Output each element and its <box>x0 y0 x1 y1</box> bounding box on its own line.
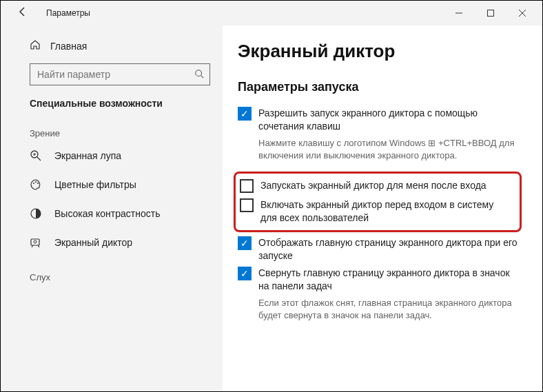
window-title: Параметры <box>46 8 90 18</box>
helper-shortcut: Нажмите клавишу с логотипом Windows ⊞ +C… <box>258 137 522 162</box>
palette-icon <box>30 178 42 191</box>
sidebar: Главная Специальные возможности Зрение Э… <box>1 25 223 391</box>
sidebar-item-label: Экранная лупа <box>54 150 121 161</box>
checkbox-start-before-signin[interactable] <box>240 198 254 212</box>
search-box[interactable] <box>30 63 210 85</box>
back-button[interactable] <box>13 6 32 20</box>
sidebar-item-color-filters[interactable]: Цветные фильтры <box>1 170 223 199</box>
option-minimize-tray: ✓ Свернуть главную страницу экранного ди… <box>238 267 522 293</box>
option-label: Отображать главную страницу экранного ди… <box>258 236 522 262</box>
maximize-button[interactable] <box>475 2 506 24</box>
sidebar-item-label: Высокая контрастность <box>54 208 160 219</box>
sidebar-group-vision: Зрение <box>1 121 223 141</box>
subsection-title: Параметры запуска <box>238 80 522 94</box>
checkbox-minimize-tray[interactable]: ✓ <box>238 267 252 280</box>
sidebar-item-narrator[interactable]: Экранный диктор <box>1 228 223 257</box>
svg-point-4 <box>196 70 202 76</box>
narrator-icon <box>30 236 42 249</box>
option-label: Включать экранный диктор перед входом в … <box>260 198 513 225</box>
close-button[interactable] <box>506 2 538 24</box>
helper-tray: Если этот флажок снят, главная страница … <box>258 297 522 322</box>
sidebar-home[interactable]: Главная <box>1 34 223 59</box>
contrast-icon <box>30 207 42 220</box>
option-label: Запускать экранный диктор для меня после… <box>260 179 486 192</box>
page-title: Экранный диктор <box>238 41 522 62</box>
main-panel: Экранный диктор Параметры запуска ✓ Разр… <box>223 25 542 391</box>
svg-point-10 <box>33 183 34 184</box>
highlighted-options: Запускать экранный диктор для меня после… <box>234 172 522 232</box>
checkbox-allow-shortcut[interactable]: ✓ <box>238 107 252 121</box>
sidebar-section-title: Специальные возможности <box>1 91 223 121</box>
sidebar-item-label: Цветные фильтры <box>54 179 136 190</box>
sidebar-item-magnifier[interactable]: Экранная лупа <box>1 141 223 170</box>
svg-line-5 <box>201 75 204 78</box>
titlebar: Параметры <box>1 1 542 25</box>
content-area: Главная Специальные возможности Зрение Э… <box>1 25 542 391</box>
option-show-home: ✓ Отображать главную страницу экранного … <box>238 236 522 262</box>
option-start-before-signin: Включать экранный диктор перед входом в … <box>240 198 513 225</box>
svg-point-15 <box>34 240 37 243</box>
option-label: Свернуть главную страницу экранного дикт… <box>258 267 522 293</box>
svg-rect-14 <box>31 239 39 245</box>
checkbox-show-home[interactable]: ✓ <box>238 236 252 250</box>
sidebar-item-high-contrast[interactable]: Высокая контрастность <box>1 199 223 228</box>
svg-line-7 <box>37 157 41 161</box>
checkbox-start-after-signin[interactable] <box>240 179 254 193</box>
svg-point-11 <box>35 181 37 183</box>
sidebar-home-label: Главная <box>50 41 87 52</box>
svg-rect-1 <box>488 10 494 17</box>
home-icon <box>30 39 41 52</box>
sidebar-group-hearing: Слух <box>1 265 223 285</box>
minimize-button[interactable] <box>443 2 475 24</box>
sidebar-item-label: Экранный диктор <box>54 237 132 248</box>
magnifier-icon <box>30 149 42 162</box>
search-icon <box>194 69 204 81</box>
option-label: Разрешить запуск экранного диктора с пом… <box>258 107 522 133</box>
window-controls <box>443 2 538 24</box>
svg-point-12 <box>37 183 39 184</box>
search-input[interactable] <box>37 69 194 80</box>
option-allow-shortcut: ✓ Разрешить запуск экранного диктора с п… <box>238 107 522 133</box>
option-start-after-signin: Запускать экранный диктор для меня после… <box>240 179 513 193</box>
